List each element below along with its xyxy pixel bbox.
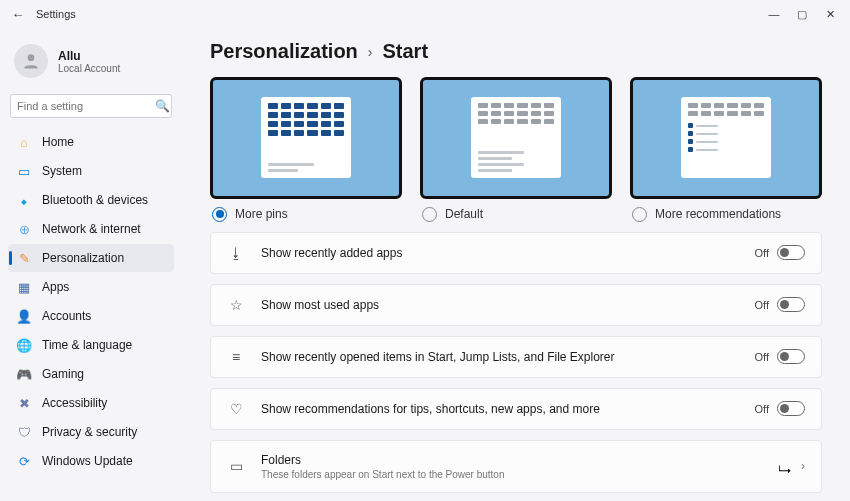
layout-label: More recommendations	[655, 207, 781, 221]
sidebar-item-label: Apps	[42, 280, 69, 294]
setting-row: ♡Show recommendations for tips, shortcut…	[210, 388, 822, 430]
apps-icon: ▦	[16, 279, 32, 295]
accessibility-icon: ✖	[16, 395, 32, 411]
sidebar-item-label: Personalization	[42, 251, 124, 265]
setting-row: ⭳Show recently added appsOff	[210, 232, 822, 274]
setting-title: Show recently added apps	[261, 246, 739, 260]
toggle-state-label: Off	[755, 351, 769, 363]
profile-name: Allu	[58, 49, 120, 63]
privacy-icon: 🛡	[16, 424, 32, 440]
toggle-switch[interactable]	[777, 349, 805, 364]
setting-row: ≡Show recently opened items in Start, Ju…	[210, 336, 822, 378]
sidebar-item-label: System	[42, 164, 82, 178]
personalization-icon: ✎	[16, 250, 32, 266]
sidebar-item-label: Accessibility	[42, 396, 107, 410]
layout-radio-more-recs[interactable]: More recommendations	[630, 207, 822, 222]
back-arrow-icon: ←	[12, 7, 25, 22]
chevron-right-icon: ›	[801, 459, 805, 473]
network-icon: ⊕	[16, 221, 32, 237]
svg-point-0	[28, 54, 35, 61]
sidebar-item-label: Gaming	[42, 367, 84, 381]
person-icon	[21, 51, 41, 71]
toggle-switch[interactable]	[777, 245, 805, 260]
sidebar-item-bluetooth-devices[interactable]: ⬥Bluetooth & devices	[8, 186, 174, 214]
star-icon: ☆	[227, 297, 245, 313]
sidebar-item-home[interactable]: ⌂Home	[8, 128, 174, 156]
folders-card[interactable]: ▭ Folders These folders appear on Start …	[210, 440, 822, 493]
bluetooth-icon: ⬥	[16, 192, 32, 208]
minimize-button[interactable]: —	[760, 2, 788, 26]
folder-icon: ▭	[227, 458, 245, 474]
sidebar-item-accessibility[interactable]: ✖Accessibility	[8, 389, 174, 417]
setting-title: Show most used apps	[261, 298, 739, 312]
nav-list: ⌂Home▭System⬥Bluetooth & devices⊕Network…	[8, 128, 174, 475]
layout-option-more-pins[interactable]: More pins	[210, 77, 402, 222]
system-icon: ▭	[16, 163, 32, 179]
setting-row: ☆Show most used appsOff	[210, 284, 822, 326]
toggle-switch[interactable]	[777, 297, 805, 312]
sidebar-item-label: Time & language	[42, 338, 132, 352]
layout-preview-more-recs	[630, 77, 822, 199]
window-title: Settings	[36, 8, 76, 20]
toggle-state-label: Off	[755, 403, 769, 415]
search-icon: 🔍	[155, 99, 170, 113]
breadcrumb: Personalization › Start	[210, 40, 822, 63]
radio-icon	[422, 207, 437, 222]
sidebar-item-apps[interactable]: ▦Apps	[8, 273, 174, 301]
update-icon: ⟳	[16, 453, 32, 469]
chevron-right-icon: ›	[368, 44, 373, 60]
setting-title: Show recently opened items in Start, Jum…	[261, 350, 739, 364]
sidebar-item-time-language[interactable]: 🌐Time & language	[8, 331, 174, 359]
list-icon: ≡	[227, 349, 245, 365]
sidebar-item-label: Bluetooth & devices	[42, 193, 148, 207]
layout-option-default[interactable]: Default	[420, 77, 612, 222]
sidebar-item-gaming[interactable]: 🎮Gaming	[8, 360, 174, 388]
layout-label: Default	[445, 207, 483, 221]
time-icon: 🌐	[16, 337, 32, 353]
sidebar-item-personalization[interactable]: ✎Personalization	[8, 244, 174, 272]
avatar	[14, 44, 48, 78]
lightbulb-icon: ♡	[227, 401, 245, 417]
radio-icon	[212, 207, 227, 222]
folders-subtitle: These folders appear on Start next to th…	[261, 469, 785, 480]
layout-radio-more-pins[interactable]: More pins	[210, 207, 402, 222]
profile-subtitle: Local Account	[58, 63, 120, 74]
layout-label: More pins	[235, 207, 288, 221]
folders-title: Folders	[261, 453, 785, 467]
sidebar-item-privacy-security[interactable]: 🛡Privacy & security	[8, 418, 174, 446]
content: Personalization › Start More pins	[182, 28, 850, 501]
sidebar-item-label: Accounts	[42, 309, 91, 323]
radio-icon	[632, 207, 647, 222]
sidebar-item-label: Home	[42, 135, 74, 149]
sidebar-item-label: Privacy & security	[42, 425, 137, 439]
download-icon: ⭳	[227, 245, 245, 261]
home-icon: ⌂	[16, 134, 32, 150]
search-input[interactable]	[17, 100, 155, 112]
maximize-icon: ▢	[797, 8, 807, 21]
layout-radio-default[interactable]: Default	[420, 207, 612, 222]
layout-option-more-recs[interactable]: More recommendations	[630, 77, 822, 222]
close-button[interactable]: ✕	[816, 2, 844, 26]
profile-block[interactable]: Allu Local Account	[8, 36, 174, 94]
search-box[interactable]: 🔍	[10, 94, 172, 118]
close-icon: ✕	[826, 8, 835, 21]
titlebar: ← Settings — ▢ ✕	[0, 0, 850, 28]
back-button[interactable]: ←	[6, 2, 30, 26]
sidebar-item-system[interactable]: ▭System	[8, 157, 174, 185]
layout-preview-more-pins	[210, 77, 402, 199]
toggle-state-label: Off	[755, 299, 769, 311]
sidebar-item-accounts[interactable]: 👤Accounts	[8, 302, 174, 330]
sidebar-item-network-internet[interactable]: ⊕Network & internet	[8, 215, 174, 243]
minimize-icon: —	[769, 8, 780, 20]
toggle-switch[interactable]	[777, 401, 805, 416]
sidebar-item-windows-update[interactable]: ⟳Windows Update	[8, 447, 174, 475]
breadcrumb-current: Start	[382, 40, 428, 63]
maximize-button[interactable]: ▢	[788, 2, 816, 26]
toggle-state-label: Off	[755, 247, 769, 259]
breadcrumb-parent[interactable]: Personalization	[210, 40, 358, 63]
window-controls: — ▢ ✕	[760, 2, 844, 26]
layout-options: More pins Default	[210, 77, 822, 222]
sidebar: Allu Local Account 🔍 ⌂Home▭System⬥Blueto…	[0, 28, 182, 501]
accounts-icon: 👤	[16, 308, 32, 324]
layout-preview-default	[420, 77, 612, 199]
